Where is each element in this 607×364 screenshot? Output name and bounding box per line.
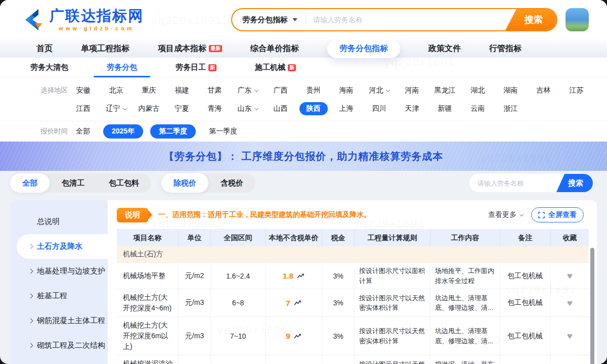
region-chip[interactable]: 四川 xyxy=(363,102,396,116)
region-chip[interactable]: 甘肃 xyxy=(198,83,231,98)
region-chip-label: 广东 xyxy=(233,84,263,97)
region-chip[interactable]: 湖南 xyxy=(494,83,527,98)
region-chip-label: 贵州 xyxy=(301,84,326,97)
region-chip[interactable]: 辽宁 xyxy=(100,102,133,116)
nav-item[interactable]: 单项工程指标 xyxy=(81,43,129,54)
table-header-cell: 单位 xyxy=(179,229,211,246)
region-chip[interactable]: 新疆 xyxy=(428,102,461,116)
favorite-heart-icon[interactable]: ♥ xyxy=(567,271,573,281)
table-search-button[interactable]: 搜索 xyxy=(556,174,593,192)
subnav-item[interactable]: 劳务大清包 xyxy=(30,58,68,77)
nav-item[interactable]: 项目成本指标最新 xyxy=(158,43,222,54)
region-chip[interactable]: 青海 xyxy=(198,102,231,116)
region-chip[interactable]: 江西 xyxy=(67,102,100,116)
region-chip[interactable]: 云南 xyxy=(461,102,494,116)
region-chip[interactable]: 陕西 xyxy=(297,102,330,116)
region-chip[interactable]: 黑龙江 xyxy=(428,83,461,98)
cell-calc-rule: 按设计图示尺寸以天然密实体积计算 xyxy=(355,317,430,355)
sidebar-item[interactable]: 桩基工程 xyxy=(11,284,108,308)
region-chip[interactable]: 河南 xyxy=(396,83,428,98)
filter-segment[interactable]: 除税价 xyxy=(161,173,208,193)
favorite-heart-icon[interactable]: ♥ xyxy=(567,298,573,308)
nav-item-label: 首页 xyxy=(36,43,53,54)
region-chip[interactable]: 内蒙古 xyxy=(133,102,165,116)
cell-tax: 3% xyxy=(322,289,355,316)
region-filter-section: 选择地区 安徽北京重庆福建甘肃广东广西贵州海南河北河南黑龙江湖北湖南吉林江苏江西… xyxy=(0,78,607,121)
nav-item[interactable]: 首页 xyxy=(36,43,53,54)
table-header-cell: 收藏 xyxy=(551,229,589,246)
sidebar-item[interactable]: 砌筑工程及二次结构 xyxy=(11,333,108,358)
subnav-item[interactable]: 施工机械新 xyxy=(255,58,296,77)
region-chip[interactable]: 海南 xyxy=(330,83,363,98)
user-avatar[interactable] xyxy=(566,8,589,31)
region-chip[interactable]: 北京 xyxy=(100,83,133,98)
region-chip[interactable]: 江苏 xyxy=(560,83,593,98)
region-chip-label: 宁夏 xyxy=(170,102,194,115)
region-chip-label: 江西 xyxy=(71,102,96,115)
filter-segment[interactable]: 包工包料 xyxy=(97,173,151,193)
nav-item[interactable]: 综合单价指标 xyxy=(250,43,299,54)
time-option[interactable]: 第一季度 xyxy=(203,124,243,139)
search-category-dropdown[interactable]: 劳务分包指标 xyxy=(232,15,306,25)
region-chip[interactable]: 湖北 xyxy=(461,83,494,98)
region-chip[interactable]: 福建 xyxy=(165,83,198,98)
search-input[interactable] xyxy=(306,16,505,24)
subnav-item[interactable]: 劳务日工新 xyxy=(176,58,216,77)
region-chip[interactable]: 山西 xyxy=(264,102,297,116)
table-header-cell: 工程量计算规则 xyxy=(355,229,430,246)
region-chip[interactable]: 安徽 xyxy=(67,83,100,98)
region-chip[interactable]: 广东 xyxy=(231,83,264,98)
fullscreen-button[interactable]: 全屏查看 xyxy=(531,207,584,222)
region-chip[interactable]: 山东 xyxy=(231,102,264,116)
favorite-heart-icon[interactable]: ♥ xyxy=(567,331,573,341)
filter-segment[interactable]: 包清工 xyxy=(50,173,97,193)
region-chip[interactable]: 吉林 xyxy=(527,83,560,98)
sidebar-item[interactable]: 装饰装修工程 xyxy=(11,358,108,364)
region-chip-label: 云南 xyxy=(466,102,490,115)
region-chip[interactable]: 重庆 xyxy=(133,83,165,98)
region-chip[interactable]: 宁夏 xyxy=(165,102,198,116)
region-chip[interactable]: 上海 xyxy=(330,102,363,116)
region-chip[interactable]: 浙江 xyxy=(494,102,527,116)
trend-up-icon xyxy=(294,300,301,306)
region-chip[interactable]: 天津 xyxy=(396,102,428,116)
filter-segment[interactable]: 含税价 xyxy=(208,173,255,193)
time-option[interactable]: 全部 xyxy=(70,124,96,139)
time-option[interactable]: 第二季度 xyxy=(150,124,196,139)
cell-unit: 元/m2 xyxy=(179,263,211,289)
content-area: 总说明土石方及降水地基处理与边坡支护桩基工程钢筋混凝土主体工程砌筑工程及二次结构… xyxy=(0,195,607,364)
tax-filter-group: 除税价含税价 xyxy=(161,173,255,193)
filter-segment[interactable]: 全部 xyxy=(10,173,50,193)
nav-item[interactable]: 行管指标 xyxy=(489,43,522,54)
region-chip-label: 江苏 xyxy=(565,84,589,97)
cell-unit: 元/m3 xyxy=(179,317,211,355)
subnav-item[interactable]: 劳务分包 xyxy=(107,58,137,77)
region-chip[interactable]: 贵州 xyxy=(297,83,330,98)
cell-work-content: 坑边甩土、清理基底、修理边坡、清... xyxy=(430,289,500,316)
search-button[interactable]: 搜索 xyxy=(505,8,556,31)
cell-local-price: 7 xyxy=(266,289,322,316)
sidebar-item[interactable]: 总说明 xyxy=(11,209,108,234)
table-search-input[interactable] xyxy=(469,179,556,187)
table-scrollbar[interactable] xyxy=(590,248,594,364)
region-chip[interactable]: 河北 xyxy=(363,83,396,98)
nav-item-label: 政策文件 xyxy=(428,43,461,54)
view-more-link[interactable]: 查看更多 xyxy=(488,210,523,219)
region-label: 选择地区 xyxy=(0,83,67,116)
cell-local-price: 15 xyxy=(266,355,322,364)
region-chip-label: 海南 xyxy=(334,84,359,97)
time-option[interactable]: 2025年 xyxy=(103,124,143,139)
region-chip[interactable]: 广西 xyxy=(264,83,297,98)
sidebar-item[interactable]: 土石方及降水 xyxy=(17,234,108,259)
nav-item[interactable]: 政策文件 xyxy=(428,43,461,54)
sidebar-item[interactable]: 地基处理与边坡支护 xyxy=(11,259,108,284)
search-category-label: 劳务分包指标 xyxy=(242,15,288,25)
region-chip-label: 内蒙古 xyxy=(134,102,165,115)
header-search-bar: 劳务分包指标 搜索 xyxy=(231,8,557,31)
region-chip-label: 浙江 xyxy=(499,102,523,115)
nav-item[interactable]: 劳务分包指标 xyxy=(327,39,400,58)
site-logo[interactable]: 广联达指标网 www·gldzb·com xyxy=(21,8,144,31)
region-chip-label: 河南 xyxy=(400,84,424,97)
region-chip-label: 天津 xyxy=(400,102,424,115)
sidebar-item[interactable]: 钢筋混凝土主体工程 xyxy=(11,308,108,333)
